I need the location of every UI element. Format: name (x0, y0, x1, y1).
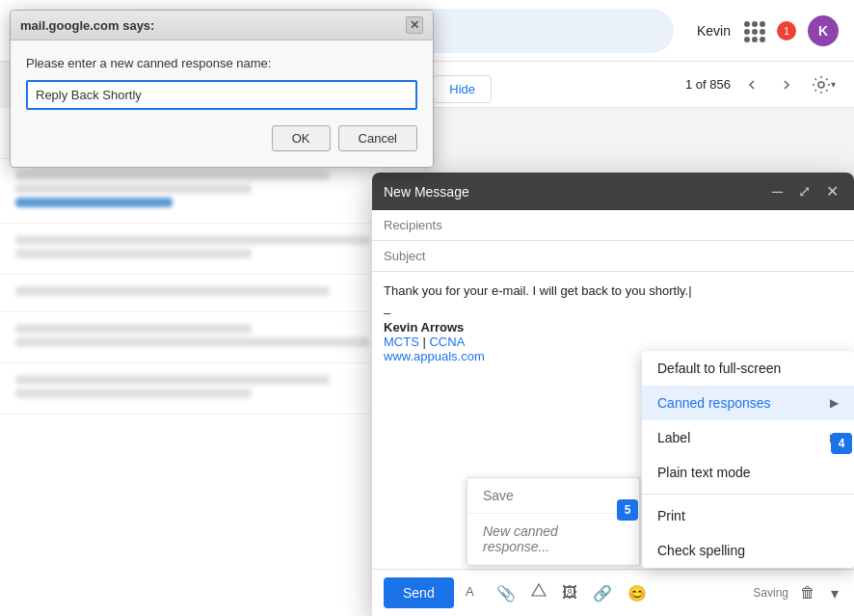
notification-badge[interactable]: 1 (777, 21, 796, 40)
saving-text: Saving (753, 586, 788, 600)
compose-close-button[interactable]: ✕ (822, 180, 842, 202)
attach-button[interactable]: 📎 (493, 580, 520, 606)
subject-placeholder: Subject (384, 249, 425, 263)
context-menu-label-print: Print (657, 508, 685, 523)
notification-count: 1 (777, 21, 796, 40)
pagination-text: 1 of 856 (685, 77, 731, 92)
compose-footer: Send A 📎 🖼 🔗 😊 Saving 🗑 ▾ (372, 569, 854, 616)
dialog-cancel-button[interactable]: Cancel (338, 125, 417, 151)
dialog-box: mail.google.com says: ✕ Please enter a n… (10, 10, 434, 168)
image-button[interactable]: 🖼 (558, 580, 581, 605)
sig-dash: – (384, 306, 842, 320)
compose-minimize-button[interactable]: ─ (768, 181, 787, 202)
context-menu-label-label: Label (657, 430, 690, 445)
context-menu-divider (642, 494, 854, 495)
compose-recipients-field[interactable]: Recipients (372, 210, 854, 241)
bg-email-row-3 (0, 224, 424, 275)
context-menu-item-plain-text[interactable]: Plain text mode (642, 455, 854, 490)
hide-button[interactable]: Hide (433, 75, 492, 103)
send-button[interactable]: Send (384, 577, 454, 608)
dialog-buttons: OK Cancel (26, 125, 417, 151)
context-menu-item-canned-responses[interactable]: Canned responses ▶ (642, 386, 854, 420)
new-canned-response-button[interactable]: New canned response... (467, 514, 639, 565)
compose-subject-field[interactable]: Subject (372, 241, 854, 272)
compose-title: New Message (384, 184, 768, 200)
compose-header-icons: ─ ⤢ ✕ (768, 180, 842, 202)
dialog-ok-button[interactable]: OK (272, 125, 331, 151)
svg-text:A: A (466, 584, 474, 599)
sig-cert2: CCNA (429, 335, 465, 349)
canned-response-name-input[interactable] (26, 80, 417, 110)
context-menu: Default to full-screen Canned responses … (642, 351, 854, 568)
email-list-background (0, 108, 424, 616)
more-options-button[interactable]: ▾ (827, 580, 842, 606)
compose-expand-button[interactable]: ⤢ (794, 180, 814, 202)
settings-button[interactable]: ▾ (808, 69, 839, 100)
sig-pipe: | (422, 335, 425, 349)
recipients-placeholder: Recipients (384, 218, 442, 232)
avatar[interactable]: K (808, 15, 839, 46)
canned-responses-arrow: ▶ (830, 396, 839, 410)
compose-header: New Message ─ ⤢ ✕ (372, 173, 854, 210)
bg-email-row-5 (0, 312, 424, 363)
context-menu-item-print[interactable]: Print (642, 498, 854, 533)
sig-name: Kevin Arrows (384, 320, 842, 335)
pagination-next-button[interactable] (773, 71, 800, 98)
compose-body-text: Thank you for your e-mail. I will get ba… (384, 283, 842, 298)
drive-button[interactable] (527, 579, 550, 606)
sig-certs: MCTS | CCNA (384, 335, 842, 349)
apps-icon[interactable] (742, 19, 765, 42)
step-badge-4: 4 (831, 433, 852, 454)
sig-cert1: MCTS (384, 335, 419, 349)
bg-email-row-2 (0, 159, 424, 224)
dialog-prompt: Please enter a new canned response name: (26, 56, 417, 70)
bg-email-row-4 (0, 275, 424, 312)
user-area: Kevin 1 K (697, 15, 839, 46)
context-menu-label-canned-responses: Canned responses (657, 395, 771, 411)
emoji-button[interactable]: 😊 (624, 580, 651, 606)
context-menu-item-default-full-screen[interactable]: Default to full-screen (642, 351, 854, 386)
context-menu-item-label[interactable]: Label ▶ (642, 420, 854, 455)
dialog-title: mail.google.com says: (20, 18, 154, 33)
link-button[interactable]: 🔗 (589, 580, 616, 606)
context-menu-label-plain-text: Plain text mode (657, 465, 751, 480)
format-button[interactable]: A (462, 579, 485, 606)
svg-point-0 (818, 82, 824, 88)
step-badge-5: 5 (617, 499, 638, 521)
context-menu-label-check-spelling: Check spelling (657, 543, 745, 558)
dialog-titlebar: mail.google.com says: ✕ (11, 11, 433, 40)
svg-marker-2 (532, 584, 546, 596)
compose-window: New Message ─ ⤢ ✕ Recipients Subject Tha… (372, 173, 854, 616)
context-menu-item-check-spelling[interactable]: Check spelling (642, 533, 854, 568)
pagination-prev-button[interactable] (738, 71, 765, 98)
dialog-close-button[interactable]: ✕ (406, 16, 423, 34)
save-area: Save New canned response... (467, 477, 640, 566)
delete-draft-button[interactable]: 🗑 (796, 580, 819, 605)
context-menu-label-default-full-screen: Default to full-screen (657, 361, 781, 376)
dialog-content: Please enter a new canned response name:… (11, 40, 433, 167)
bg-email-row-6 (0, 363, 424, 415)
save-label[interactable]: Save (467, 478, 639, 514)
username-label: Kevin (697, 23, 731, 39)
